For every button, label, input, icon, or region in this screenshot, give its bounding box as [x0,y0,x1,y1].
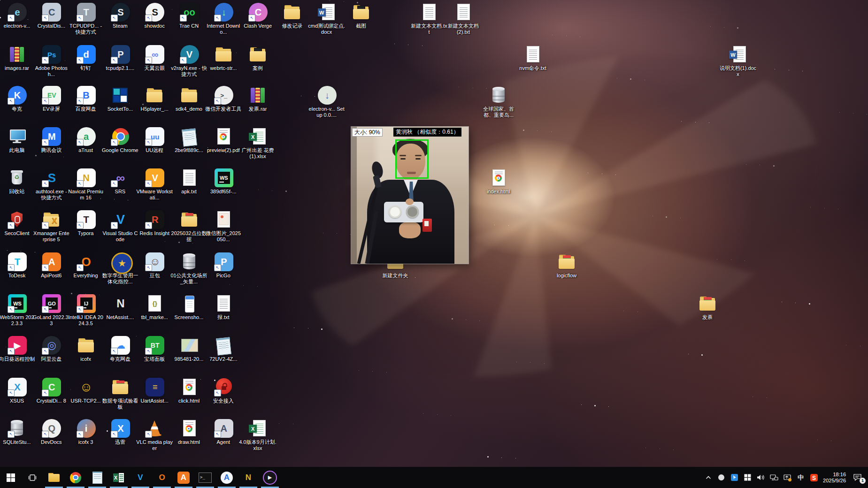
taskbar-start-button[interactable] [0,467,22,488]
desktop-icon[interactable]: WS389df65f-... [205,168,242,195]
taskbar-chrome-button[interactable] [65,467,86,488]
desktop-icon[interactable]: ♻回收站 [0,168,36,195]
desktop-icon[interactable]: NNetAssist.... [101,294,139,320]
desktop-icon[interactable]: 新建文本文档.txt [410,2,448,35]
desktop-icon[interactable]: ↖安全接入 [205,377,242,404]
desktop-icon[interactable]: S↖Steam [101,2,139,29]
desktop-icon[interactable]: X4.0版本9月计划.xlsx [239,419,277,451]
tray-sogou-icon[interactable]: S [810,473,818,482]
desktop-icon[interactable]: C↖CrystalDis... [32,2,70,29]
desktop-icon[interactable]: T↖ToDesk [0,252,36,279]
desktop-icon[interactable]: sdk4_demo [170,85,208,112]
desktop-icon[interactable]: V↖VMware Workstati... [136,168,173,201]
desktop-icon[interactable]: T↖Typora [67,210,105,236]
desktop-icon[interactable]: H5player_... [136,85,173,112]
desktop-icon[interactable]: apk.txt [170,168,208,195]
desktop-icon[interactable]: 数据专项试验看板 [101,377,139,410]
desktop-icon[interactable]: X↖Xmanager Enterprise 5 [32,210,70,243]
desktop-icon[interactable]: ↓↖Internet Downlo... [205,2,242,35]
taskbar-everything-button[interactable]: O [151,467,173,488]
desktop-icon[interactable]: 截图 [342,2,380,29]
desktop-icon[interactable]: 发票 [689,294,726,320]
tray-projection-icon[interactable] [784,473,791,482]
desktop-icon[interactable]: 2be9f889c... [170,127,208,153]
taskbar-media-player-button[interactable]: ▶ [259,467,281,488]
desktop-icon[interactable]: i↖icofx 3 [67,419,105,445]
desktop-icon[interactable]: WS↖WebStorm 2022.3.3 [0,294,36,327]
desktop-icon[interactable]: Q↖DevDocs [32,419,70,445]
desktop-icon[interactable]: oo↖Trae CN [170,2,208,29]
desktop-icon[interactable]: T↖TCPUDPD... - 快捷方式 [67,2,105,35]
desktop-icon[interactable]: X广州出差 花费(1).xlsx [239,127,277,160]
image-viewer-window[interactable]: 黄润秋 （相似度：0.61） 大小: 90% [351,127,469,264]
tray-ime-icon[interactable]: 中 [797,473,805,482]
desktop-icon[interactable]: ▶↖向日葵远程控制 [0,336,36,362]
desktop-icon[interactable]: e↖electron-v... [0,2,36,29]
tray-panes-icon[interactable] [744,473,752,482]
tray-network-icon[interactable] [770,473,778,482]
desktop-icon[interactable]: X↖XSUS [0,377,36,404]
desktop-icon[interactable]: webrtc-str... [205,45,242,71]
desktop-icon[interactable]: SocketTo... [101,85,139,112]
desktop-icon[interactable]: 2025032点位数据 [170,210,208,243]
desktop-icon[interactable]: 新建文本文档(2).txt [445,2,482,35]
desktop-icon[interactable]: ☺↖豆包 [136,252,173,279]
desktop-icon[interactable]: 此电脑 [0,127,36,153]
desktop-icon[interactable]: O↖Everything [67,252,105,279]
tray-thunder-icon[interactable] [730,473,738,482]
desktop-icon[interactable]: ◎↖阿里云盘 [32,336,70,362]
desktop-icon[interactable]: P↖PicGo [205,252,242,279]
desktop-icon[interactable]: K↖夸克 [0,85,36,112]
desktop-icon[interactable]: Screensho... [170,294,208,320]
desktop-icon[interactable]: ↖SecoClient [0,210,36,236]
tray-expand-icon[interactable] [704,473,712,482]
desktop-icon[interactable]: d↖钉钉 [67,45,105,71]
desktop-icon[interactable]: 微信图片_2025050... [205,210,242,243]
desktop-icon[interactable]: draw.html [170,419,208,445]
desktop-icon[interactable]: C↖Clash Verge [239,2,277,29]
desktop-icon[interactable]: X↖迅雷 [101,419,139,445]
taskbar-notepad-button[interactable] [86,467,108,488]
tray-app-circle-icon[interactable] [717,473,725,482]
desktop-icon[interactable]: Wcmd测试绑定点.docx [308,2,346,35]
desktop-icon[interactable]: Ps↖Adobe Photosh... [32,45,70,77]
desktop-icon[interactable]: logicflow [548,252,585,279]
desktop-icon[interactable]: S↖showdoc [136,2,173,29]
desktop-icon[interactable]: 985481-20... [170,336,208,362]
taskbar-excel-button[interactable]: X [108,467,130,488]
desktop-icon[interactable]: ★数字孪生警用一体化指控... [101,252,139,285]
desktop-icon[interactable]: A↖Agent [205,419,242,445]
desktop-icon[interactable]: ☁↖夸克网盘 [101,336,139,362]
desktop-icon[interactable]: P↖tcpudp2.1.... [101,45,139,71]
desktop-icon[interactable]: uu↖UU远程 [136,127,173,153]
desktop-icon[interactable]: 修改记录 [273,2,311,29]
desktop-icon[interactable]: ☺USR-TCP2... [67,377,105,404]
desktop-icon[interactable]: R↖Redis Insight [136,210,173,236]
taskbar-apipost-button[interactable]: A [173,467,194,488]
desktop-icon[interactable]: GO↖GoLand 2022.3.3 [32,294,70,327]
desktop-icon[interactable]: IJ↖IntelliJ IDEA 2024.3.5 [67,294,105,327]
action-center-button[interactable]: 1 [851,472,864,483]
desktop-icon[interactable]: ∞↖SRS [101,168,139,195]
desktop-icon[interactable]: V↖Visual Studio Code [101,210,139,243]
desktop-icon[interactable]: {}tbl_marke... [136,294,173,320]
desktop-icon[interactable]: ↖Google Chrome [101,127,139,153]
desktop-icon[interactable]: EV↖EV录屏 [32,85,70,112]
desktop-icon[interactable]: C↖CrystalDi... 8 [32,377,70,404]
taskbar-navicat-button[interactable]: N [238,467,259,488]
desktop-icon[interactable]: N↖Navicat Premium 16 [67,168,105,201]
taskbar-cmd-button[interactable]: >_ [194,467,216,488]
desktop-icon[interactable]: M↖腾讯会议 [32,127,70,153]
desktop-icon[interactable]: index.html [480,168,517,195]
taskbar-file-explorer-button[interactable] [43,467,65,488]
desktop-icon[interactable]: S↖authtool.exe - 快捷方式 [32,168,70,201]
desktop-icon[interactable]: ↓electron-v... Setup 0.0.... [308,85,346,118]
desktop-icon[interactable]: nvm命令.txt [514,45,552,71]
desktop-icon[interactable]: 案例 [239,45,277,71]
desktop-icon[interactable]: 报.txt [205,294,242,320]
desktop-icon[interactable]: ↖SQLiteStu... [0,419,36,445]
desktop-icon[interactable]: icofx [67,336,105,362]
desktop-icon[interactable]: >_↖微信开发者工具 [205,85,242,112]
desktop-icon[interactable]: ↖VLC media player [136,419,173,451]
desktop-icon[interactable]: ≡UartAssist... [136,377,173,404]
